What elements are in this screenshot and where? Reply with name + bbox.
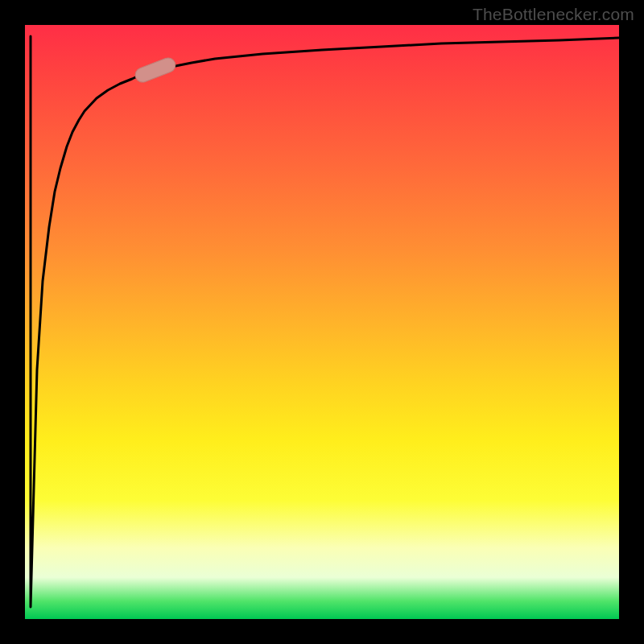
chart-stage: TheBottlenecker.com xyxy=(0,0,644,644)
attribution-text: TheBottlenecker.com xyxy=(473,5,634,24)
chart-gradient-bg xyxy=(25,25,619,619)
